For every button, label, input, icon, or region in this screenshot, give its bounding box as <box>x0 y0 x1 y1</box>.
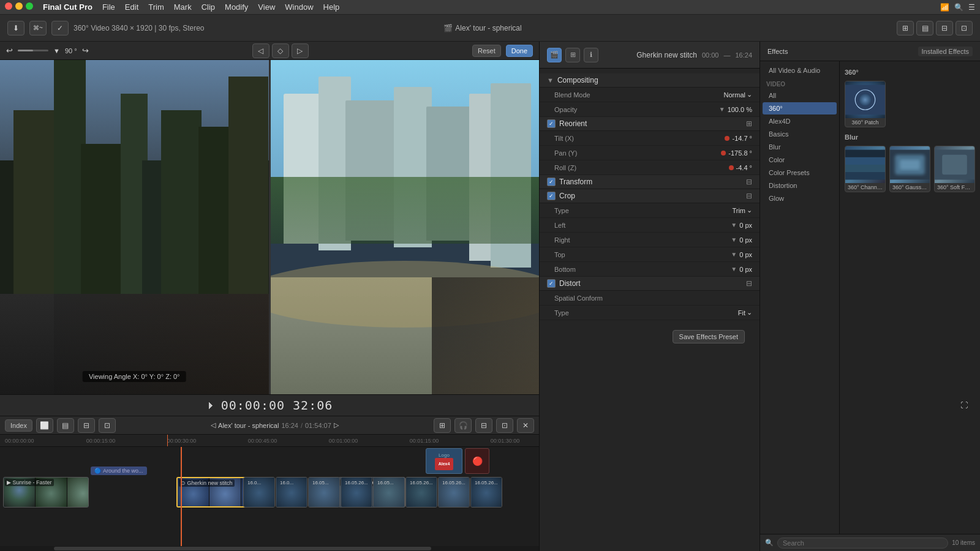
nav-center-button[interactable]: ◇ <box>272 43 289 58</box>
effect-cat-distortion[interactable]: Distortion <box>763 179 837 192</box>
traffic-lights <box>5 2 33 12</box>
effect-cat-all[interactable]: All <box>763 89 837 102</box>
download-button[interactable]: ⬇ <box>7 21 24 36</box>
timeline-option-button[interactable]: ⊡ <box>99 418 116 433</box>
menu-file[interactable]: File <box>102 2 115 12</box>
menu-trim[interactable]: Trim <box>148 2 164 12</box>
timeline-roles-button[interactable]: ⊟ <box>78 418 95 433</box>
menu-mark[interactable]: Mark <box>174 2 192 12</box>
nav-next-button[interactable]: ▷ <box>292 43 309 58</box>
checkmark-button[interactable]: ✓ <box>51 21 69 36</box>
expand-icon[interactable]: ⛶ <box>960 401 968 410</box>
menu-window[interactable]: Window <box>285 2 313 12</box>
distort-section-header[interactable]: ✓ Distort ⊟ <box>540 277 760 291</box>
effect-cat-alex4d[interactable]: Alex4D <box>763 115 837 127</box>
timeline-snap[interactable]: ⊟ <box>475 418 492 433</box>
pan-keyframe[interactable] <box>721 151 726 156</box>
timeline-next-button[interactable]: ▷ <box>334 421 339 429</box>
compositing-section-header[interactable]: ▼ Compositing <box>540 73 760 88</box>
menu-clip[interactable]: Clip <box>202 2 215 12</box>
menu-modify[interactable]: Modify <box>225 2 248 12</box>
clip-11[interactable]: 16.05.26... <box>470 477 502 508</box>
grid-view-button[interactable]: ⊞ <box>897 21 914 36</box>
clip-6[interactable]: 16.05... <box>308 477 340 508</box>
menu-help[interactable]: Help <box>323 2 340 12</box>
roll-control: -4.4 ° <box>729 164 752 171</box>
clip-sunrise[interactable]: ▶ Sunrise - Faster <box>3 477 89 508</box>
reset-button[interactable]: Reset <box>472 45 501 57</box>
effect-cat-all-video-audio[interactable]: All Video & Audio <box>763 64 837 77</box>
clip-10[interactable]: 16.05.26... <box>438 477 470 508</box>
effect-360-gaussian-blur[interactable]: 360° Gaussian Blur <box>889 146 930 192</box>
timeline-zoom-in[interactable]: ⊞ <box>434 418 451 433</box>
reorient-checkbox[interactable]: ✓ <box>547 119 556 128</box>
remaining-clips: 16.0... 16.0... 16.05... <box>243 477 502 508</box>
clip-7[interactable]: 16.05.26... <box>341 477 372 508</box>
timeline-headphones[interactable]: 🎧 <box>454 418 472 433</box>
inspector-video-icon[interactable]: 🎬 <box>547 48 562 62</box>
nav-prev-button[interactable]: ◁ <box>252 43 270 58</box>
roll-keyframe[interactable] <box>729 165 734 170</box>
ruler-mark-1: 00:00:15:00 <box>86 438 116 444</box>
soft-focus-svg <box>935 146 974 183</box>
effect-cat-blur[interactable]: Blur <box>763 141 837 153</box>
effects-categories: All Video & Audio VIDEO All 360° Alex4D … <box>760 61 840 534</box>
timeline-sync[interactable]: ⊡ <box>496 418 513 433</box>
blend-mode-dropdown[interactable]: Normal ⌄ <box>724 91 752 99</box>
clip-9[interactable]: 16.05.26... <box>405 477 437 508</box>
menu-edit[interactable]: Edit <box>125 2 138 12</box>
menu-final-cut-pro[interactable]: Final Cut Pro <box>43 2 92 12</box>
play-button[interactable]: ⏵ <box>206 400 216 411</box>
crop-type-dropdown[interactable]: Trim ⌄ <box>732 206 752 214</box>
effect-cat-color[interactable]: Color <box>763 154 837 166</box>
video-info: 360° Video 3840 × 1920 | 30 fps, Stereo <box>74 24 439 32</box>
distort-type-dropdown[interactable]: Fit ⌄ <box>738 309 752 317</box>
crop-checkbox[interactable]: ✓ <box>547 192 556 200</box>
section-label-360: 360° <box>845 66 975 77</box>
save-effects-preset-button[interactable]: Save Effects Preset <box>673 330 745 343</box>
tilt-keyframe[interactable] <box>725 136 729 141</box>
distort-checkbox[interactable]: ✓ <box>547 279 556 288</box>
effect-cat-basics[interactable]: Basics <box>763 128 837 140</box>
close-button[interactable] <box>5 2 12 10</box>
timeline-waveform-button[interactable]: ▤ <box>57 418 74 433</box>
menu-view[interactable]: View <box>258 2 275 12</box>
timeline-clip-view-button[interactable]: ⬜ <box>36 418 53 433</box>
reorient-section-header[interactable]: ✓ Reorient ⊞ <box>540 117 760 131</box>
timeline-close[interactable]: ✕ <box>517 418 534 433</box>
clip-5[interactable]: 16.0... <box>276 477 307 508</box>
crop-bottom-control: ▼ 0 px <box>731 266 752 273</box>
undo-icon[interactable]: ↩ <box>6 46 13 55</box>
crop-section-header[interactable]: ✓ Crop ⊟ <box>540 189 760 203</box>
done-button[interactable]: Done <box>506 45 533 57</box>
fullscreen-top-button[interactable]: ⊡ <box>956 21 973 36</box>
fullscreen-button[interactable] <box>26 2 33 10</box>
tilt-row: Tilt (X) -14.7 ° <box>540 131 760 146</box>
effects-search-input[interactable] <box>777 538 948 549</box>
minimize-button[interactable] <box>15 2 23 10</box>
effect-360-soft-focus[interactable]: 360° Soft Focus <box>934 146 975 192</box>
effect-cat-color-presets[interactable]: Color Presets <box>763 167 837 179</box>
search-menu-icon[interactable]: 🔍 <box>954 3 963 12</box>
effects-title: Effects <box>767 48 788 55</box>
connect-button[interactable]: ⊟ <box>936 21 953 36</box>
transform-section-header[interactable]: ✓ Transform ⊟ <box>540 175 760 189</box>
clip-8[interactable]: 16.05... <box>373 477 405 508</box>
transform-checkbox[interactable]: ✓ <box>547 178 556 186</box>
effect-cat-glow[interactable]: Glow <box>763 192 837 204</box>
effect-360-channel-blur[interactable]: 360° Channel Blur <box>845 146 886 192</box>
effect-cat-360[interactable]: 360° <box>763 102 837 114</box>
inspector-info-icon[interactable]: ℹ <box>584 48 598 62</box>
marker-around[interactable]: 🔵 Around the wo... <box>91 467 147 475</box>
scrollbar-thumb[interactable] <box>54 547 431 550</box>
angle-slider[interactable] <box>18 50 48 51</box>
timeline-prev-button[interactable]: ◁ <box>211 421 216 429</box>
timeline-scrollbar[interactable] <box>0 546 539 551</box>
list-view-button[interactable]: ▤ <box>916 21 933 36</box>
main-track-row: ▶ Sunrise - Faster ⊙ Gherkin new <box>0 476 539 511</box>
inspector-filter-icon[interactable]: ⊞ <box>565 48 580 62</box>
clip-4[interactable]: 16.0... <box>243 477 275 508</box>
effect-360-patch[interactable]: 360° Patch <box>845 81 886 127</box>
redo-icon[interactable]: ↪ <box>82 46 89 55</box>
index-button[interactable]: Index <box>5 419 32 432</box>
